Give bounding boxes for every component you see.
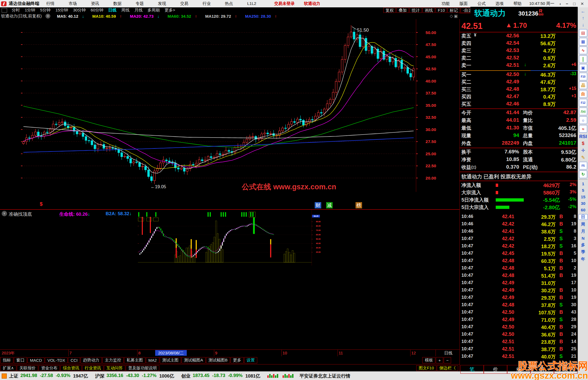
remove-panel-button[interactable]: − [444,357,451,363]
strip-period-5[interactable]: 5 [578,188,588,193]
page-down-icon[interactable]: ↓ [578,22,588,28]
strip-period-周[interactable]: 周 [578,222,588,227]
tab-窗口[interactable]: 窗口 [14,357,27,363]
tab-主力监控[interactable]: 主力监控 [102,357,124,363]
pencil-icon[interactable]: ✎ [578,155,588,160]
period-15分钟[interactable]: 15分钟 [53,8,71,13]
strip-period-季[interactable]: 季 [578,250,588,255]
menu-L1L2[interactable]: L1L2 [240,1,263,6]
period-1分钟[interactable]: 1分钟 [22,8,38,13]
zixuan-icon[interactable]: 自 [579,90,587,98]
stock-shortcut[interactable]: 软通动力 [304,1,320,6]
period-日线[interactable]: 日线 [106,8,119,13]
tab-测试幅图B[interactable]: 测试幅图B [206,357,230,363]
quote-tab-价[interactable]: 价 [484,365,507,374]
period-月线[interactable]: 月线 [132,8,145,13]
f5-icon[interactable]: F5 [579,162,587,169]
diamond-icon[interactable]: ◇ [450,14,453,19]
index-创业[interactable]: 创业1873.45-18.73-0.99%1081亿 [181,373,260,379]
index-沪深[interactable]: 沪深3356.16-43.30-1.27%1006亿 [95,373,174,379]
period-5分钟[interactable]: 5分钟 [38,8,53,13]
window-minimize-button[interactable]: − [564,1,571,6]
page-up-icon[interactable]: ↑ [578,16,588,21]
structure-tree-icon[interactable]: 品 [579,81,587,89]
holdings-table-icon[interactable]: ▦ [579,38,587,45]
toolbar-复权-button[interactable]: 复权 [383,8,396,13]
trade-login-status[interactable]: 交易未登录 [274,1,295,6]
indicator-chart[interactable]: 90.0080.0070.0060.0050.0040.0030.0020.00… [0,210,460,349]
split-window-icon[interactable]: ▣ [454,14,458,19]
badge-财[interactable]: 财 [315,202,321,208]
strip-period-年[interactable]: 年 [578,257,588,262]
tab-测试幅图A[interactable]: 测试幅图A [182,357,206,363]
tab-更多[interactable]: 更多 [231,357,244,363]
menu-版面[interactable]: 版面 [455,1,473,6]
tab-settings[interactable]: 设置 [244,357,257,363]
tab-趋势动力[interactable]: 趋势动力 [81,357,102,363]
kline-chart-icon[interactable]: ║ [579,55,587,63]
index-上证[interactable]: 上证2941.98-27.58-0.93%1947亿 [9,373,88,379]
period-分时[interactable]: 分时 [9,8,22,13]
menu-数据[interactable]: 数据 [106,1,128,6]
menu-行情[interactable]: 行情 [39,1,62,6]
broker-line-status[interactable]: 平安证券北京上证云行情 [299,373,350,379]
tab-普及版功能说明[interactable]: 普及版功能说明 [126,365,159,371]
sidebar-toggle-button[interactable]: 侧边栏《 [437,365,458,371]
period-更多>[interactable]: 更多> [162,8,178,13]
period-周线[interactable]: 周线 [119,8,132,13]
trend-line-icon[interactable]: ∿ [579,47,587,54]
menu-选项[interactable]: 选项 [491,1,509,6]
add-panel-button[interactable]: + [436,357,443,363]
toolbar-标记-button[interactable]: 标记 [448,8,460,13]
tab-私募主图[interactable]: 私募主图 [124,357,145,363]
tab-扩展∧[interactable]: 扩展∧ [0,365,16,371]
window-close-button[interactable]: ✕ [578,1,586,6]
collapse-circle-icon[interactable]: ∨ [45,14,50,19]
menu-功能[interactable]: 功能 [437,1,455,6]
template-button[interactable]: 模板 [422,357,435,363]
window-back-button[interactable]: ‹ [557,1,564,6]
circle-icon[interactable]: ○ [579,116,587,124]
tab-测试主图[interactable]: 测试主图 [160,357,181,363]
window-restore-button[interactable]: □ [571,1,578,6]
tab-资金分布[interactable]: 资金分布 [39,365,60,371]
strip-period-30[interactable]: 30 [578,201,588,206]
tab-MACD[interactable]: MACD [27,357,44,363]
strip-period-日[interactable]: 日 [578,214,588,220]
menu-资讯[interactable]: 资讯 [84,1,106,6]
strip-period-多[interactable]: 多 [578,242,588,248]
refresh-icon[interactable]: ↻ [579,171,587,178]
multi-wave-icon[interactable]: ≈ [579,125,587,133]
tab-CCI[interactable]: CCI [68,357,80,363]
tab-综合资讯[interactable]: 综合资讯 [60,365,82,371]
window-layout-icon[interactable] [2,8,7,13]
f12-icon[interactable]: F12 [579,99,587,107]
f10-icon[interactable]: F10 [579,73,587,80]
tab-行业资讯[interactable]: 行业资讯 [82,365,103,371]
tab-指标[interactable]: 指标 [0,357,13,363]
tab-互动问答[interactable]: 互动问答 [104,365,125,371]
strip-period-60[interactable]: 60 [578,208,588,212]
menu-行业[interactable]: 行业 [195,1,218,6]
toolbar-统计-button[interactable]: 统计 [409,8,422,13]
move-icon[interactable]: ✛ [578,148,588,153]
menu-发现[interactable]: 发现 [151,1,173,6]
period-多周期[interactable]: 多周期 [145,8,162,13]
strip-period-月[interactable]: 月 [578,229,588,234]
toolbar-叠加-button[interactable]: 叠加 [396,8,409,13]
rsi-icon[interactable]: RSI [578,134,588,139]
period-30分钟[interactable]: 30分钟 [71,8,88,13]
menu-帮助[interactable]: 帮助 [509,1,526,6]
period-60分钟[interactable]: 60分钟 [88,8,106,13]
menu-公式[interactable]: 公式 [473,1,491,6]
menu-市场[interactable]: 市场 [62,1,84,6]
strip-period-N[interactable]: N [578,236,588,241]
indicator-collapse-icon[interactable]: ∨ [2,211,7,216]
formula-icon[interactable]: ƒ(x) [579,108,587,115]
menu-交易[interactable]: 交易 [173,1,195,6]
back-icon[interactable]: ← [578,9,588,14]
menu-热点[interactable]: 热点 [218,1,240,6]
badge-榜[interactable]: 榜 [356,202,362,208]
news-pages-icon[interactable]: ▣ [579,64,587,72]
tab-MA2[interactable]: MA2 [146,357,159,363]
